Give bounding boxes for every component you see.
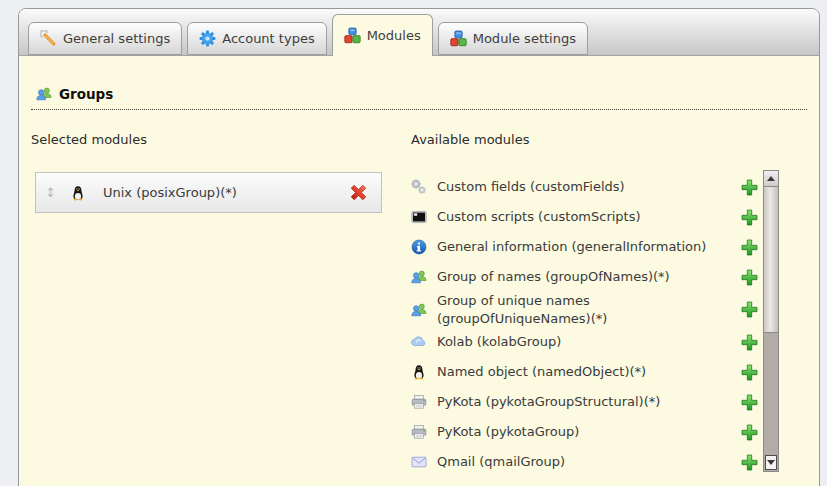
add-module-button[interactable] [741,454,758,471]
printer-icon [411,394,428,410]
drag-handle-icon[interactable]: ↕ [45,185,62,200]
scroll-down-button[interactable] [765,455,777,470]
available-module-row: Custom scripts (customScripts) [411,202,758,232]
wrench-icon [40,30,57,47]
section-title: Groups [59,86,113,102]
available-modules-column: Available modules Custom fields (customF… [411,132,807,477]
available-module-row: PyKota (pykotaGroupStructural)(*) [411,387,758,417]
tab-general-settings[interactable]: General settings [28,22,182,55]
available-module-row: Group of names (groupOfNames)(*) [411,262,758,292]
add-module-button[interactable] [741,424,758,441]
blocks-icon [344,27,361,44]
add-module-button[interactable] [741,301,758,318]
tux-icon [70,185,86,201]
add-module-button[interactable] [741,239,758,256]
scroll-up-button[interactable] [764,171,778,187]
available-modules-list: Custom fields (customFields) Custom scri… [411,172,758,477]
scrollbar[interactable] [763,170,779,472]
tab-account-types[interactable]: Account types [187,22,326,55]
available-module-row: Named object (namedObject)(*) [411,357,758,387]
available-module-row: Kolab (kolabGroup) [411,327,758,357]
printer-icon [411,424,428,440]
available-module-row: Custom fields (customFields) [411,172,758,202]
section-header: Groups [31,86,807,110]
group-icon [411,302,428,318]
groups-icon [36,86,52,102]
kolab-icon [411,334,428,350]
settings-panel: General settings Account types Modules M… [18,8,820,486]
add-module-button[interactable] [741,364,758,381]
add-module-button[interactable] [741,179,758,196]
selected-modules-heading: Selected modules [31,132,397,147]
remove-module-button[interactable] [349,183,368,202]
add-module-button[interactable] [741,269,758,286]
gear-icon [199,30,216,47]
available-modules-heading: Available modules [411,132,807,147]
tab-content: Groups Selected modules ↕ Unix (posixGro… [19,56,819,477]
tab-bar: General settings Account types Modules M… [19,9,819,56]
gears-icon [411,179,428,195]
selected-module-row[interactable]: ↕ Unix (posixGroup)(*) [35,172,382,213]
mail-icon [411,454,428,470]
triangle-up-icon [767,176,775,181]
tab-modules[interactable]: Modules [332,14,433,56]
group-icon [411,269,428,285]
tab-module-settings[interactable]: Module settings [438,22,588,55]
available-module-row: General information (generalInformation) [411,232,758,262]
selected-modules-column: Selected modules ↕ Unix (posixGroup)(*) [31,132,397,477]
add-module-button[interactable] [741,209,758,226]
triangle-down-icon [767,460,775,465]
add-module-button[interactable] [741,334,758,351]
add-module-button[interactable] [741,394,758,411]
available-module-row: PyKota (pykotaGroup) [411,417,758,447]
tux-icon [411,364,428,380]
available-module-row: Group of unique names (groupOfUniqueName… [411,292,758,327]
terminal-icon [411,209,428,225]
scrollbar-thumb[interactable] [764,187,778,333]
selected-modules-list: ↕ Unix (posixGroup)(*) [35,172,397,213]
info-icon [411,239,428,255]
blocks-icon [450,30,467,47]
available-module-row: Qmail (qmailGroup) [411,447,758,477]
